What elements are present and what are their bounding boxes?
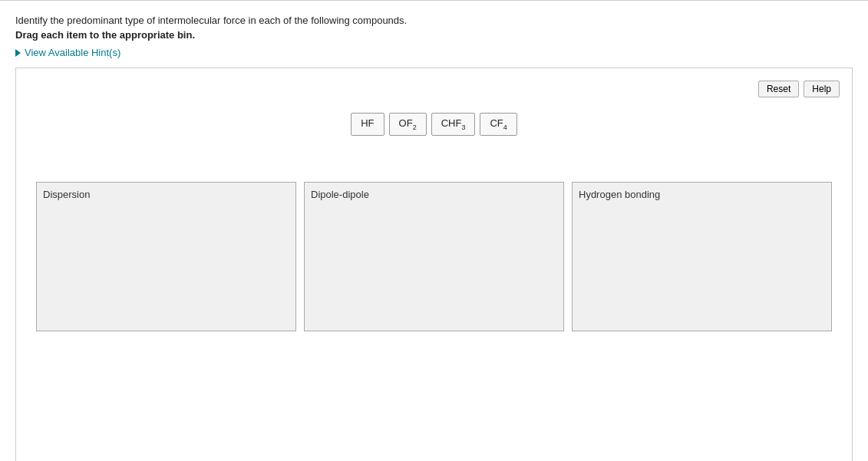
bin-dispersion[interactable]: Dispersion — [36, 182, 296, 331]
draggable-item-cf4[interactable]: CF4 — [480, 113, 517, 136]
bin-hydrogen-bonding[interactable]: Hydrogen bonding — [572, 182, 832, 331]
hint-link[interactable]: View Available Hint(s) — [15, 47, 853, 58]
hint-arrow-icon — [15, 49, 21, 57]
draggable-item-hf[interactable]: HF — [351, 113, 384, 136]
bold-instruction: Drag each item to the appropriate bin. — [15, 29, 853, 41]
reset-button[interactable]: Reset — [758, 81, 799, 97]
draggable-items-row: HF OF2 CHF3 CF4 — [28, 113, 840, 136]
hint-link-label: View Available Hint(s) — [25, 47, 120, 58]
drag-area-container: Reset Help HF OF2 CHF3 CF4 Dispersion Di… — [15, 68, 853, 461]
draggable-item-of2[interactable]: OF2 — [389, 113, 427, 136]
bin-dipole-dipole[interactable]: Dipole-dipole — [304, 182, 564, 331]
bins-row: Dispersion Dipole-dipole Hydrogen bondin… — [28, 182, 840, 331]
bin-dispersion-label: Dispersion — [43, 189, 289, 200]
bin-hydrogen-bonding-label: Hydrogen bonding — [579, 189, 825, 200]
draggable-item-chf3[interactable]: CHF3 — [431, 113, 476, 136]
top-controls: Reset Help — [28, 81, 840, 97]
bin-dipole-dipole-label: Dipole-dipole — [311, 189, 557, 200]
help-button[interactable]: Help — [804, 81, 840, 97]
instruction-text: Identify the predominant type of intermo… — [15, 15, 853, 26]
